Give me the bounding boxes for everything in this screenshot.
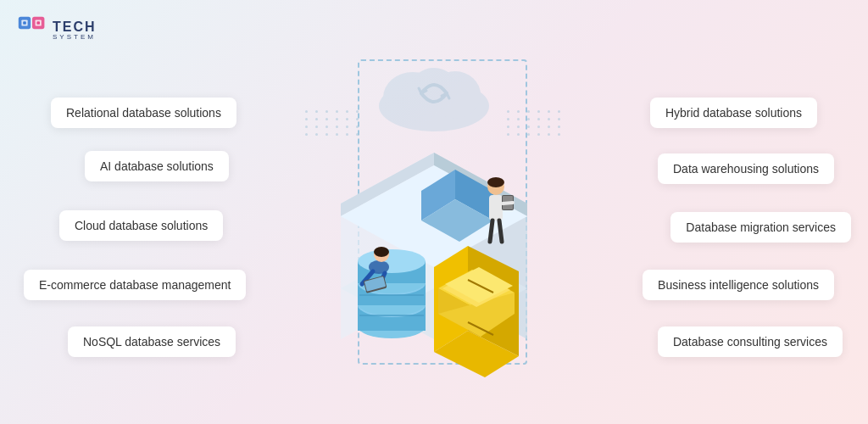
pill-data-warehousing: Data warehousing solutions bbox=[658, 153, 834, 184]
left-dot-grid bbox=[305, 110, 361, 136]
svg-rect-47 bbox=[489, 195, 503, 220]
pill-business-intelligence: Business intelligence solutions bbox=[643, 270, 834, 300]
pill-database-migration: Database migration services bbox=[670, 212, 851, 243]
logo-icon bbox=[17, 15, 47, 46]
svg-line-50 bbox=[490, 220, 492, 242]
svg-point-27 bbox=[358, 249, 426, 273]
logo-system-label: SYSTEM bbox=[53, 34, 97, 41]
pill-database-consulting: Database consulting services bbox=[658, 326, 843, 357]
svg-point-49 bbox=[487, 177, 504, 187]
svg-rect-2 bbox=[23, 21, 26, 25]
svg-rect-5 bbox=[36, 21, 40, 25]
pill-nosql-database: NoSQL database services bbox=[68, 326, 236, 357]
pill-cloud-database: Cloud database solutions bbox=[59, 210, 223, 241]
svg-point-42 bbox=[374, 247, 389, 257]
center-illustration bbox=[290, 34, 578, 390]
svg-line-54 bbox=[503, 203, 513, 204]
right-dot-grid bbox=[507, 110, 563, 136]
logo-tech-label: TECH bbox=[53, 20, 97, 34]
pill-ai-database: AI database solutions bbox=[85, 151, 229, 181]
pill-relational-database: Relational database solutions bbox=[51, 98, 236, 128]
svg-line-51 bbox=[499, 220, 502, 242]
logo: TECH SYSTEM bbox=[17, 15, 97, 46]
pill-ecommerce-database: E-commerce database management bbox=[24, 270, 246, 300]
logo-text: TECH SYSTEM bbox=[53, 20, 97, 41]
pill-hybrid-database: Hybrid database solutions bbox=[650, 98, 817, 128]
